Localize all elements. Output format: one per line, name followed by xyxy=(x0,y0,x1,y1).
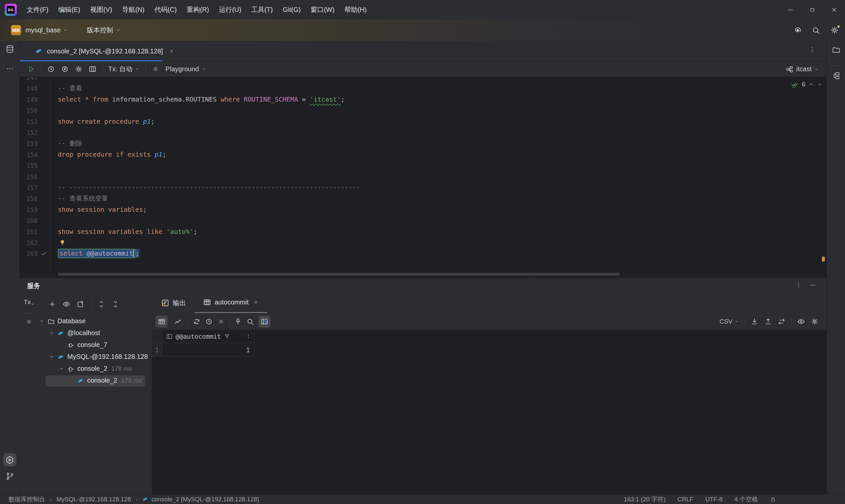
tree-item-Database[interactable]: Database xyxy=(38,316,152,327)
panel-options-kebab-icon[interactable] xyxy=(795,282,802,289)
menu-item-4[interactable]: 代码(C) xyxy=(149,5,182,14)
import-upload-icon[interactable] xyxy=(764,318,772,326)
menu-item-1[interactable]: 编辑(E) xyxy=(53,5,86,14)
tab-close-icon[interactable] xyxy=(253,300,259,305)
tab-close-icon[interactable] xyxy=(169,48,175,54)
minimize-button[interactable] xyxy=(780,0,802,19)
compare-icon[interactable] xyxy=(778,318,786,326)
chevron-down-icon[interactable] xyxy=(39,318,45,324)
view-options-eye-icon[interactable] xyxy=(797,318,805,326)
menu-item-10[interactable]: 帮助(H) xyxy=(339,5,372,14)
chevron-down-icon xyxy=(734,319,739,324)
expand-all-icon[interactable] xyxy=(98,300,105,308)
open-console-icon[interactable] xyxy=(76,300,85,308)
tree-item-console_7[interactable]: console_7 xyxy=(38,339,152,351)
run-button[interactable] xyxy=(27,65,35,73)
horizontal-scrollbar[interactable] xyxy=(58,273,620,276)
menu-item-6[interactable]: 运行(U) xyxy=(214,5,246,14)
tab-output[interactable]: 输出 xyxy=(153,292,194,313)
tab-options-kebab-icon[interactable] xyxy=(809,46,816,53)
add-icon[interactable] xyxy=(48,300,56,308)
prev-problem-icon[interactable] xyxy=(808,82,814,87)
database-toolwindow-button[interactable] xyxy=(5,44,15,54)
collapse-all-icon[interactable] xyxy=(111,300,120,308)
encoding-widget[interactable]: UTF-8 xyxy=(705,496,723,503)
results-tab-bar: 输出 autocommit xyxy=(152,292,267,313)
breadcrumb-item[interactable]: 数据库控制台 xyxy=(8,495,45,503)
ai-assistant-icon[interactable] xyxy=(793,26,802,35)
unlocked-icon[interactable] xyxy=(770,496,776,503)
services-toolwindow-button[interactable] xyxy=(3,453,17,466)
indent-widget[interactable]: 4 个空格 xyxy=(735,495,758,503)
find-in-grid-icon[interactable] xyxy=(246,318,254,326)
chevron-down-icon[interactable] xyxy=(49,330,54,336)
mysql-dolphin-icon xyxy=(142,496,149,503)
toolbar-separator xyxy=(102,65,103,73)
settings-button[interactable] xyxy=(830,26,839,35)
hide-panel-icon[interactable] xyxy=(809,282,816,289)
export-format-selector[interactable]: CSV xyxy=(720,318,739,325)
breadcrumb-item[interactable]: console_2 [MySQL-@192.168.128.128] xyxy=(142,496,259,503)
table-cell-value[interactable]: 1 xyxy=(163,343,255,357)
menu-item-9[interactable]: 窗口(W) xyxy=(306,5,339,14)
code-text: select * from information_schema.ROUTINE… xyxy=(58,94,345,105)
menu-item-5[interactable]: 重构(R) xyxy=(181,5,214,14)
layout-icon[interactable] xyxy=(88,65,97,73)
schema-switcher[interactable]: itcast xyxy=(786,61,819,77)
view-options-eye-icon[interactable] xyxy=(63,300,70,308)
project-files-button[interactable] xyxy=(831,46,840,54)
console-settings-gear-icon[interactable] xyxy=(75,65,83,73)
filter-panel-button[interactable] xyxy=(259,316,270,327)
column-header[interactable]: @@autocommit xyxy=(163,330,255,343)
grid-view-button[interactable] xyxy=(156,316,168,327)
tx-mode-selector[interactable]: Tx: 自动 xyxy=(108,65,140,74)
code-editor[interactable]: 147148-- 查看149select * from information_… xyxy=(20,77,827,277)
line-ending-widget[interactable]: CRLF xyxy=(677,496,693,503)
vcs-widget[interactable]: 版本控制 xyxy=(87,26,113,35)
chevron-down-icon[interactable] xyxy=(49,354,54,360)
search-everywhere-icon[interactable] xyxy=(812,26,820,35)
editor-tab-console2[interactable]: console_2 [MySQL-@192.168.128.128] xyxy=(20,41,162,61)
results-export-toolbar: CSV xyxy=(720,313,818,330)
caret-position-widget[interactable]: 163:1 (20 字符) xyxy=(624,495,666,503)
next-problem-icon[interactable] xyxy=(817,82,823,87)
more-toolwindows-button[interactable] xyxy=(6,65,14,73)
chevron-down-icon xyxy=(63,28,68,33)
tx-toggle[interactable]: Tx xyxy=(24,299,34,306)
autocommit-tab-label: autocommit xyxy=(214,299,249,306)
chart-view-button[interactable] xyxy=(172,316,184,327)
export-download-icon[interactable] xyxy=(751,318,758,326)
grid-settings-gear-icon[interactable] xyxy=(811,318,818,326)
history-icon[interactable] xyxy=(47,65,55,73)
tab-autocommit[interactable]: autocommit xyxy=(194,292,267,313)
maximize-button[interactable] xyxy=(802,0,823,19)
tree-item-MySQL-@192.168.128.128[interactable]: MySQL-@192.168.128.128 xyxy=(38,351,152,363)
database-stack-icon xyxy=(5,44,15,54)
refresh-icon[interactable] xyxy=(193,318,201,326)
error-stripe-warning-mark[interactable] xyxy=(822,257,825,262)
profiler-icon[interactable] xyxy=(61,65,69,73)
query-history-icon[interactable] xyxy=(205,318,213,326)
close-button[interactable] xyxy=(823,0,845,19)
menu-item-7[interactable]: 工具(T) xyxy=(246,5,278,14)
sort-icon[interactable] xyxy=(246,334,251,339)
intention-bulb-icon[interactable] xyxy=(58,238,66,246)
tree-item-@localhost[interactable]: @localhost xyxy=(38,327,152,339)
breadcrumb-item[interactable]: MySQL-@192.168.128.128 xyxy=(56,496,131,503)
inspections-widget[interactable]: 6 xyxy=(791,80,823,88)
menu-item-2[interactable]: 视图(V) xyxy=(85,5,117,14)
menu-item-0[interactable]: 文件(F) xyxy=(22,5,53,14)
project-selector[interactable]: mysql_base xyxy=(25,26,61,34)
playground-selector[interactable]: Playground xyxy=(165,65,206,73)
structure-toolwindow-button[interactable] xyxy=(831,71,840,80)
filter-funnel-icon[interactable] xyxy=(224,333,230,339)
pin-tab-icon[interactable] xyxy=(234,318,242,326)
git-toolwindow-button[interactable] xyxy=(5,472,14,481)
chevron-down-icon[interactable] xyxy=(59,366,64,372)
project-badge: MB xyxy=(11,25,21,35)
grid-icon xyxy=(158,318,166,326)
tree-item-console_2[interactable]: console_2178 ms xyxy=(38,363,152,375)
tree-item-console_2[interactable]: console_2178 ms xyxy=(38,375,152,387)
menu-item-3[interactable]: 导航(N) xyxy=(117,5,149,14)
menu-item-8[interactable]: Git(G) xyxy=(278,6,306,14)
